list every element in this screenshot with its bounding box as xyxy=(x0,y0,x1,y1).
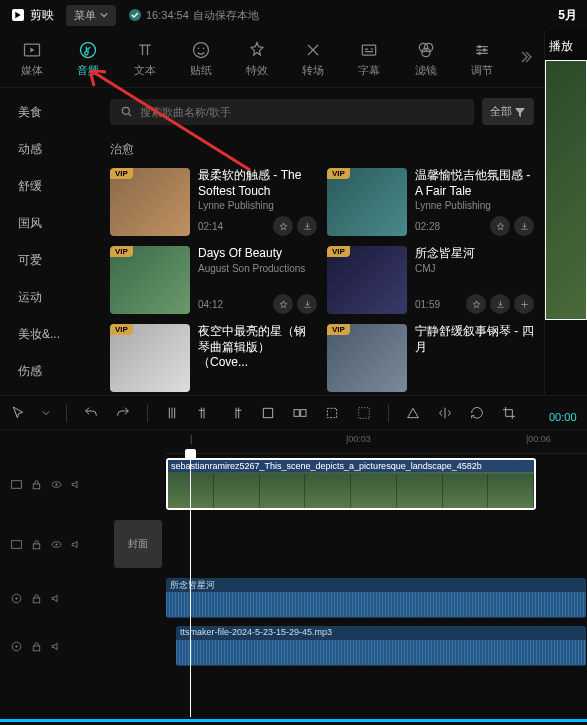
menu-dropdown[interactable]: 菜单 xyxy=(66,5,116,26)
tab-media[interactable]: 媒体 xyxy=(8,39,56,78)
music-card-0[interactable]: VIP 最柔软的触感 - The Softest Touch Lynne Pub… xyxy=(110,168,317,236)
volume-icon[interactable] xyxy=(70,538,83,551)
autosave-time: 16:34:54 xyxy=(146,9,189,21)
svg-rect-19 xyxy=(359,407,370,418)
vip-badge: VIP xyxy=(327,168,350,179)
adjust-icon xyxy=(472,40,492,60)
sidebar-cat-7[interactable]: 伤感 xyxy=(0,353,100,390)
image-icon[interactable] xyxy=(10,538,23,551)
add-button[interactable] xyxy=(514,294,534,314)
download-button[interactable] xyxy=(490,294,510,314)
tabs-expand[interactable] xyxy=(514,46,536,71)
tab-transition-label: 转场 xyxy=(302,63,324,78)
svg-rect-21 xyxy=(33,483,40,488)
svg-rect-24 xyxy=(12,540,22,548)
lock-icon[interactable] xyxy=(30,538,43,551)
music-card-3[interactable]: VIP 所念皆星河 CMJ 01:59 xyxy=(327,246,534,314)
sidebar-cat-3[interactable]: 国风 xyxy=(0,205,100,242)
expand-tool[interactable] xyxy=(356,405,372,421)
sidebar-cat-5[interactable]: 运动 xyxy=(0,279,100,316)
audio-clip-1[interactable]: 所念皆星河 xyxy=(166,578,586,618)
tab-adjust[interactable]: 调节 xyxy=(458,39,506,78)
tab-audio[interactable]: 音频 xyxy=(64,39,112,78)
favorite-button[interactable] xyxy=(273,216,293,236)
svg-rect-16 xyxy=(294,409,299,416)
volume-icon[interactable] xyxy=(70,478,83,491)
svg-rect-18 xyxy=(327,408,336,417)
music-card-2[interactable]: VIP Days Of Beauty August Son Production… xyxy=(110,246,317,314)
lock-icon[interactable] xyxy=(30,592,43,605)
timeline-ruler[interactable]: | |00:03 |00:06 xyxy=(166,430,587,454)
svg-point-9 xyxy=(424,43,432,51)
rotate-tool[interactable] xyxy=(469,405,485,421)
favorite-button[interactable] xyxy=(490,216,510,236)
music-duration: 02:14 xyxy=(198,221,223,232)
tab-adjust-label: 调节 xyxy=(471,63,493,78)
box-tool[interactable] xyxy=(260,405,276,421)
logo-icon xyxy=(10,7,26,23)
download-button[interactable] xyxy=(297,216,317,236)
tab-subtitle[interactable]: 字幕 xyxy=(345,39,393,78)
chevron-right-icon xyxy=(518,50,532,64)
split-left-tool[interactable] xyxy=(196,405,212,421)
ruler-tick-0: | xyxy=(190,434,192,444)
search-input[interactable] xyxy=(140,106,464,118)
redo-tool[interactable] xyxy=(115,405,131,421)
lock-icon[interactable] xyxy=(30,640,43,653)
sidebar-cat-0[interactable]: 美食 xyxy=(0,94,100,131)
sidebar-cat-1[interactable]: 动感 xyxy=(0,131,100,168)
current-time: 00:00 xyxy=(549,411,577,423)
triangle-tool[interactable] xyxy=(405,405,421,421)
playhead[interactable] xyxy=(190,457,191,717)
music-card-4[interactable]: VIP 夜空中最亮的星（钢琴曲篇辑版）（Cove... xyxy=(110,324,317,392)
video-clip[interactable]: sebastianramirez5267_This_scene_depicts_… xyxy=(166,458,536,510)
split-right-tool[interactable] xyxy=(228,405,244,421)
tab-sticker[interactable]: 贴纸 xyxy=(177,39,225,78)
volume-icon[interactable] xyxy=(50,640,63,653)
disc-icon[interactable] xyxy=(10,592,23,605)
svg-rect-20 xyxy=(12,480,22,488)
split-tool[interactable] xyxy=(164,405,180,421)
sidebar-cat-6[interactable]: 美妆&... xyxy=(0,316,100,353)
cursor-tool[interactable] xyxy=(10,405,26,421)
download-button[interactable] xyxy=(514,216,534,236)
cover-thumb[interactable]: 封面 xyxy=(114,520,162,568)
ruler-tick-1: |00:03 xyxy=(346,434,371,444)
tab-text[interactable]: 文本 xyxy=(120,39,168,78)
tracks: sebastianramirez5267_This_scene_depicts_… xyxy=(0,454,587,719)
volume-icon[interactable] xyxy=(50,592,63,605)
image-icon[interactable] xyxy=(10,478,23,491)
tab-effect[interactable]: 特效 xyxy=(233,39,281,78)
music-title: 温馨愉悦吉他氛围感 - A Fair Tale xyxy=(415,168,534,199)
download-button[interactable] xyxy=(297,294,317,314)
effect-icon xyxy=(247,40,267,60)
music-card-5[interactable]: VIP 宁静舒缓叙事钢琴 - 四月 xyxy=(327,324,534,392)
placeholder-tool[interactable] xyxy=(292,405,308,421)
eye-icon[interactable] xyxy=(50,538,63,551)
disc-icon[interactable] xyxy=(10,640,23,653)
search-box[interactable] xyxy=(110,99,474,125)
current-category: 治愈 xyxy=(110,141,534,158)
chevron-down-icon[interactable] xyxy=(42,409,50,417)
app-name: 剪映 xyxy=(30,7,54,24)
filter-button[interactable]: 全部 xyxy=(482,98,534,125)
sidebar-cat-2[interactable]: 舒缓 xyxy=(0,168,100,205)
lock-icon[interactable] xyxy=(30,478,43,491)
crop-tool[interactable] xyxy=(501,405,517,421)
time-display: 00:00 xyxy=(549,411,577,423)
favorite-button[interactable] xyxy=(466,294,486,314)
svg-rect-7 xyxy=(363,45,376,55)
favorite-button[interactable] xyxy=(273,294,293,314)
sidebar-cat-4[interactable]: 可爱 xyxy=(0,242,100,279)
vip-badge: VIP xyxy=(327,246,350,257)
undo-tool[interactable] xyxy=(83,405,99,421)
eye-icon[interactable] xyxy=(50,478,63,491)
tab-transition[interactable]: 转场 xyxy=(289,39,337,78)
music-card-1[interactable]: VIP 温馨愉悦吉他氛围感 - A Fair Tale Lynne Publis… xyxy=(327,168,534,236)
audio-clip-2[interactable]: ttsmaker-file-2024-5-23-15-29-45.mp3 xyxy=(176,626,586,666)
video-clip-label: sebastianramirez5267_This_scene_depicts_… xyxy=(168,460,534,472)
mirror-tool[interactable] xyxy=(437,405,453,421)
track-head-video xyxy=(0,454,110,514)
tab-filter[interactable]: 滤镜 xyxy=(402,39,450,78)
select-tool[interactable] xyxy=(324,405,340,421)
